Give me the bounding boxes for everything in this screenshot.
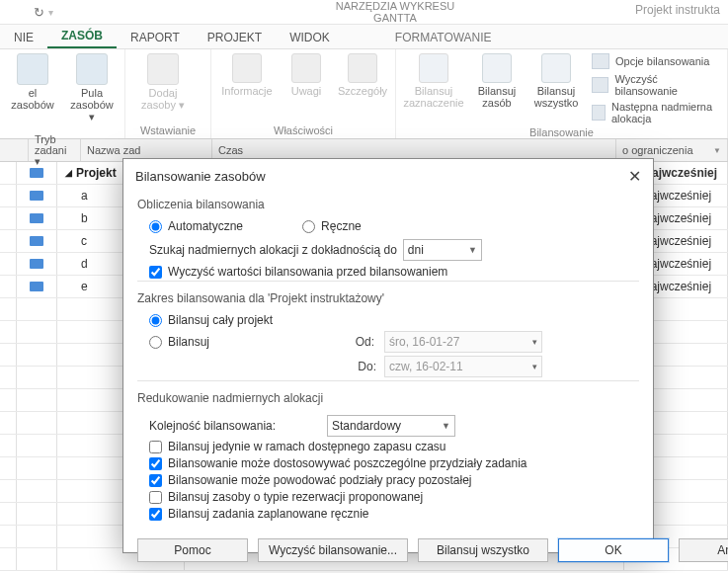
radio-input[interactable] — [149, 220, 162, 233]
col-label: o ograniczenia — [622, 144, 693, 156]
tab-raport[interactable]: RAPORT — [117, 27, 194, 48]
ribbon-item-label: Pula zasobów ▾ — [67, 87, 117, 123]
radio-input[interactable] — [149, 314, 162, 327]
level-all-button[interactable]: Bilansuj wszystko — [418, 538, 548, 562]
check-clear-before[interactable]: Wyczyść wartości bilansowania przed bila… — [149, 265, 639, 279]
qat-dropdown-icon[interactable]: ▾ — [48, 7, 53, 18]
undo-icon[interactable]: ↻ — [34, 5, 44, 20]
ribbon-item-label: Bilansuj zaznaczenie — [403, 85, 463, 109]
lookfor-unit-combo[interactable]: dni ▼ — [403, 239, 482, 261]
ribbon-opt-nastepna[interactable]: Następna nadmierna alokacja — [592, 101, 719, 124]
help-button[interactable]: Pomoc — [137, 538, 248, 562]
check-split-remaining[interactable]: Bilansowanie może powodować podziały pra… — [149, 473, 639, 487]
cancel-button[interactable]: Anuluj — [679, 538, 728, 562]
ribbon-item-bilansuj-zazn[interactable]: Bilansuj zaznaczenie — [404, 53, 463, 124]
ribbon-opt-label: Następna nadmierna alokacja — [611, 101, 719, 124]
separator — [137, 281, 639, 282]
ribbon-item-label: Dodaj zasoby ▾ — [141, 87, 185, 112]
auto-schedule-icon — [30, 213, 43, 223]
checkbox-input[interactable] — [149, 266, 162, 279]
ok-button[interactable]: OK — [558, 538, 669, 562]
clear-leveling-button[interactable]: Wyczyść bilansowanie... — [258, 538, 408, 562]
radio-whole-project[interactable]: Bilansuj cały projekt — [149, 313, 335, 327]
tab-widok[interactable]: WIDOK — [276, 27, 344, 48]
radio-range[interactable]: Bilansuj — [149, 335, 335, 349]
combo-value: Standardowy — [332, 419, 401, 433]
check-proposed-booking[interactable]: Bilansuj zasoby o typie rezerwacji propo… — [149, 490, 639, 504]
pool-icon — [76, 53, 108, 85]
collapse-icon[interactable]: ◢ — [65, 168, 72, 178]
check-label: Bilansuj zasoby o typie rezerwacji propo… — [168, 490, 423, 504]
ribbon-item-label: Szczegóły — [338, 85, 387, 97]
checkbox-input[interactable] — [149, 441, 162, 453]
auto-schedule-icon — [30, 236, 43, 246]
chevron-down-icon: ▼ — [442, 421, 450, 431]
ribbon-opt-wyczysc[interactable]: Wyczyść bilansowanie — [592, 73, 719, 97]
indicator-cell — [0, 185, 17, 206]
tab-formatowanie[interactable]: FORMATOWANIE — [381, 27, 506, 48]
indicator-cell — [0, 276, 17, 297]
ribbon-opt-label: Opcje bilansowania — [615, 55, 709, 67]
ribbon-item-bilansuj-wszystko[interactable]: Bilansuj wszystko — [530, 53, 582, 124]
radio-input[interactable] — [149, 336, 162, 349]
auto-schedule-icon — [30, 191, 43, 201]
clear-leveling-icon — [592, 77, 608, 93]
ribbon-item-bilansuj-zasob[interactable]: Bilansuj zasób — [473, 53, 521, 124]
ribbon-item-szczegoly[interactable]: Szczegóły — [338, 53, 387, 97]
from-date-combo[interactable]: śro, 16-01-27 ▾ — [384, 331, 542, 353]
lookfor-label: Szukaj nadmiernych alokacji z dokładnośc… — [149, 243, 397, 257]
check-label: Wyczyść wartości bilansowania przed bila… — [168, 265, 447, 279]
checkbox-input[interactable] — [149, 508, 162, 521]
ribbon-item-info[interactable]: Informacje — [219, 53, 275, 97]
ribbon-item-label: Bilansuj wszystko — [534, 85, 579, 109]
to-date-combo[interactable]: czw, 16-02-11 ▾ — [384, 356, 542, 377]
col-task-mode[interactable]: Tryb zadani ▾ — [29, 139, 81, 161]
check-label: Bilansuj zadania zaplanowane ręcznie — [168, 507, 368, 521]
ribbon-opt-opcje[interactable]: Opcje bilansowania — [592, 53, 719, 69]
mode-cell — [17, 230, 57, 252]
check-manual-tasks[interactable]: Bilansuj zadania zaplanowane ręcznie — [149, 507, 639, 521]
chevron-down-icon: ▼ — [468, 245, 477, 255]
radio-automatic[interactable]: Automatyczne — [149, 219, 243, 233]
col-indicator[interactable] — [0, 139, 29, 161]
radio-manual[interactable]: Ręczne — [302, 219, 362, 233]
check-label: Bilansuj jedynie w ramach dostępnego zap… — [168, 440, 446, 453]
combo-value: czw, 16-02-11 — [389, 360, 463, 373]
ribbon-leveling-options: Opcje bilansowania Wyczyść bilansowanie … — [592, 53, 719, 124]
order-combo[interactable]: Standardowy ▼ — [327, 415, 455, 437]
checkbox-input[interactable] — [149, 457, 162, 470]
ribbon-group-wstawianie: Dodaj zasoby ▾ Wstawianie — [125, 49, 211, 138]
ribbon-group-wlasciwosci: Informacje Uwagi Szczegóły Właściwości — [211, 49, 396, 138]
document-title: Projekt instrukta — [635, 3, 720, 17]
auto-schedule-icon — [30, 259, 43, 269]
check-within-slack[interactable]: Bilansuj jedynie w ramach dostępnego zap… — [149, 440, 639, 453]
ribbon-item-label: el zasobów — [11, 87, 53, 111]
indicator-cell — [0, 162, 17, 184]
task-name: Projekt — [76, 166, 117, 180]
mode-cell — [17, 253, 57, 275]
close-icon[interactable]: ✕ — [628, 167, 641, 186]
dialog-buttons: Pomoc Wyczyść bilansowanie... Bilansuj w… — [123, 531, 653, 573]
ribbon-group-pula: el zasobów Pula zasobów ▾ . — [0, 49, 125, 138]
tab-zasob[interactable]: ZASÓB — [47, 25, 117, 48]
level-selection-icon — [419, 53, 448, 83]
ribbon-item-el-zasobow[interactable]: el zasobów — [8, 53, 57, 123]
ribbon-item-pula[interactable]: Pula zasobów ▾ — [67, 53, 117, 123]
separator — [137, 380, 639, 381]
col-label: Czas — [218, 144, 243, 156]
radio-input[interactable] — [302, 220, 315, 233]
ribbon-item-uwagi[interactable]: Uwagi — [284, 53, 328, 97]
checkbox-input[interactable] — [149, 474, 162, 487]
ribbon-opt-label: Wyczyść bilansowanie — [614, 73, 719, 97]
checkbox-input[interactable] — [149, 491, 162, 504]
auto-schedule-icon — [30, 282, 43, 291]
tab-projekt[interactable]: PROJEKT — [194, 27, 276, 48]
level-resource-icon — [482, 53, 512, 83]
check-adjust-assignments[interactable]: Bilansowanie może dostosowywać poszczegó… — [149, 456, 639, 470]
combo-value: śro, 16-01-27 — [389, 335, 459, 349]
tab-nie[interactable]: NIE — [0, 27, 47, 48]
chevron-down-icon: ▾ — [532, 337, 537, 347]
chevron-down-icon: ▾ — [532, 362, 537, 371]
ribbon-item-dodaj[interactable]: Dodaj zasoby ▾ — [133, 53, 193, 112]
mode-cell — [17, 162, 57, 184]
